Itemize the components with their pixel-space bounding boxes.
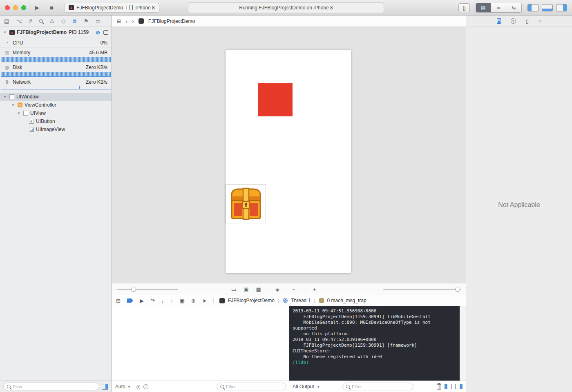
debug-process-item[interactable]: FJFBlogProjectDemo bbox=[228, 298, 275, 303]
run-button[interactable]: ▶ bbox=[35, 4, 39, 11]
tree-item-label: ViewController bbox=[25, 102, 56, 108]
view-spacing-slider[interactable] bbox=[117, 289, 178, 290]
orient-3d-button[interactable]: ◈ bbox=[275, 286, 279, 292]
assistant-editor-button[interactable]: ∞ bbox=[491, 3, 506, 12]
clear-console-button[interactable] bbox=[437, 384, 441, 390]
stack-frame-item[interactable]: 0 mach_msg_trap bbox=[327, 298, 366, 303]
quick-help-inspector-icon[interactable]: ? bbox=[511, 18, 516, 24]
report-navigator-icon[interactable]: ▭ bbox=[96, 18, 101, 24]
close-window-button[interactable] bbox=[5, 5, 10, 10]
tree-item-viewcontroller[interactable]: ▼ ViewController bbox=[0, 101, 112, 109]
stop-button[interactable]: ■ bbox=[50, 4, 54, 11]
slider-knob[interactable] bbox=[131, 287, 136, 292]
debug-view-hierarchy-button[interactable]: ▣ bbox=[180, 298, 185, 304]
disk-gauge-icon: ◍ bbox=[4, 65, 10, 70]
minimize-window-button[interactable] bbox=[13, 5, 18, 10]
scheme-selector[interactable]: FJFBlogProjectDemo ⟩ iPhone 8 bbox=[64, 3, 159, 13]
variables-filter-field[interactable] bbox=[217, 383, 286, 390]
jump-bar-item[interactable]: FJFBlogProjectDemo bbox=[148, 18, 195, 24]
memory-gauge-row[interactable]: ▥ Memory 45.6 MB bbox=[0, 47, 112, 57]
panel-toggles bbox=[527, 4, 567, 11]
zoom-in-button[interactable]: + bbox=[313, 286, 316, 292]
view-debugger-canvas[interactable] bbox=[112, 27, 466, 283]
console-log-line: No theme registered with id=0 bbox=[293, 354, 456, 360]
debug-jump-bar: FJFBlogProjectDemo ⟩ Thread 1 ⟩ 0 mach_m… bbox=[213, 298, 366, 303]
info-icon[interactable]: i bbox=[143, 384, 148, 389]
tree-item-uiimageview[interactable]: UIImageView bbox=[0, 125, 112, 134]
toggle-debug-area-button[interactable] bbox=[542, 4, 553, 11]
variables-filter-input[interactable] bbox=[226, 384, 282, 389]
hide-debug-area-button[interactable]: ⊟ bbox=[116, 298, 121, 304]
process-row[interactable]: ▼ FJFBlogProjectDemo PID 1159 ⊘ bbox=[0, 27, 112, 38]
show-wireframes-button[interactable]: ▭ bbox=[231, 286, 236, 292]
cpu-gauge-row[interactable]: ◔ CPU 0% bbox=[0, 38, 112, 47]
inspector-empty-state: Not Applicable bbox=[466, 201, 572, 209]
source-control-navigator-icon[interactable]: ⌥ bbox=[16, 18, 22, 24]
lldb-prompt[interactable]: (lldb) bbox=[293, 360, 456, 365]
step-over-button[interactable]: ↷ bbox=[150, 298, 155, 304]
symbol-navigator-icon[interactable]: # bbox=[29, 18, 32, 24]
thread-item[interactable]: Thread 1 bbox=[291, 298, 311, 303]
slider-knob[interactable] bbox=[455, 287, 460, 292]
show-variables-icon[interactable]: ◎ bbox=[136, 384, 140, 390]
size-inspector-icon[interactable]: ≡ bbox=[538, 18, 542, 24]
tree-item-uiview[interactable]: ▼ UIView bbox=[0, 109, 112, 117]
back-button[interactable]: ‹ bbox=[125, 18, 127, 24]
zoom-slider[interactable] bbox=[383, 289, 461, 290]
fullscreen-window-button[interactable] bbox=[21, 5, 26, 10]
breakpoints-toggle-button[interactable] bbox=[127, 298, 133, 303]
forward-button[interactable]: › bbox=[132, 18, 134, 24]
console-log-line: on this platform. bbox=[293, 331, 456, 337]
breakpoint-navigator-icon[interactable]: ⚑ bbox=[84, 18, 89, 24]
disclosure-triangle-icon[interactable]: ▼ bbox=[17, 111, 21, 115]
debug-navigator-icon[interactable]: ≣ bbox=[72, 18, 77, 24]
project-navigator-icon[interactable]: ▤ bbox=[4, 18, 9, 24]
find-navigator-icon[interactable] bbox=[39, 19, 43, 23]
disclosure-triangle-icon[interactable]: ▼ bbox=[11, 103, 16, 107]
uibutton-view[interactable] bbox=[258, 83, 293, 116]
uiimageview-view[interactable] bbox=[226, 184, 266, 223]
console-filter-field[interactable] bbox=[342, 383, 413, 390]
show-wireframes-and-contents-button[interactable]: ▩ bbox=[256, 286, 261, 292]
code-snippets-button[interactable]: {} bbox=[458, 3, 470, 12]
disk-gauge-row[interactable]: ◍ Disk Zero KB/s bbox=[0, 62, 112, 72]
zoom-out-button[interactable]: − bbox=[292, 286, 295, 292]
step-into-button[interactable]: ↓ bbox=[161, 298, 164, 304]
inspector-selector-bar: ? ▯ ≡ bbox=[466, 16, 572, 27]
test-navigator-icon[interactable]: ◇ bbox=[61, 18, 65, 24]
show-console-pane-button[interactable] bbox=[455, 384, 463, 389]
object-inspector-icon[interactable]: ▯ bbox=[526, 18, 529, 24]
step-out-button[interactable]: ↑ bbox=[170, 298, 173, 304]
view-hierarchy-tree: ▼ UIWindow ▼ ViewController ▼ UIView B U… bbox=[0, 93, 112, 134]
navigator-selector-bar: ▤ ⌥ # ⚠ ◇ ≣ ⚑ ▭ bbox=[0, 16, 112, 27]
version-editor-button[interactable]: ⇆ bbox=[506, 3, 521, 12]
tree-item-uibutton[interactable]: B UIButton bbox=[0, 117, 112, 125]
file-inspector-icon[interactable] bbox=[497, 18, 501, 24]
standard-editor-button[interactable]: ▤ bbox=[476, 3, 491, 12]
debug-memory-graph-button[interactable]: ⊚ bbox=[191, 298, 196, 304]
console-scrollbar-track[interactable] bbox=[460, 306, 466, 381]
app-screen[interactable] bbox=[226, 50, 351, 273]
continue-button[interactable]: ▶ bbox=[140, 298, 144, 304]
variables-scope-dropdown[interactable]: Auto bbox=[115, 384, 125, 390]
show-contents-button[interactable]: ▣ bbox=[244, 286, 248, 292]
toggle-inspector-button[interactable] bbox=[556, 4, 567, 11]
disclosure-triangle-icon[interactable]: ▼ bbox=[3, 95, 7, 99]
show-variables-pane-button[interactable] bbox=[445, 384, 452, 389]
disclosure-triangle-icon[interactable]: ▼ bbox=[3, 31, 7, 34]
issue-navigator-icon[interactable]: ⚠ bbox=[50, 18, 55, 24]
navigator-filter-field[interactable] bbox=[3, 383, 99, 390]
console-filter-input[interactable] bbox=[352, 384, 410, 389]
zoom-actual-size-button[interactable]: = bbox=[302, 286, 306, 292]
network-gauge-row[interactable]: ⇅ Network Zero KB/s bbox=[0, 77, 112, 87]
memory-report-icon[interactable] bbox=[103, 30, 108, 35]
console-scope-dropdown[interactable]: All Output bbox=[293, 384, 314, 390]
filter-scope-button[interactable] bbox=[102, 384, 108, 390]
simulate-location-button[interactable]: ➤ bbox=[202, 298, 207, 304]
tree-item-uiwindow[interactable]: ▼ UIWindow bbox=[0, 93, 112, 101]
toggle-navigator-button[interactable] bbox=[527, 4, 538, 11]
related-items-icon[interactable]: ⊞ bbox=[117, 18, 121, 24]
pause-debug-icon[interactable]: ⊘ bbox=[96, 29, 100, 36]
viewcontroller-icon bbox=[18, 102, 22, 107]
navigator-filter-input[interactable] bbox=[13, 384, 96, 389]
